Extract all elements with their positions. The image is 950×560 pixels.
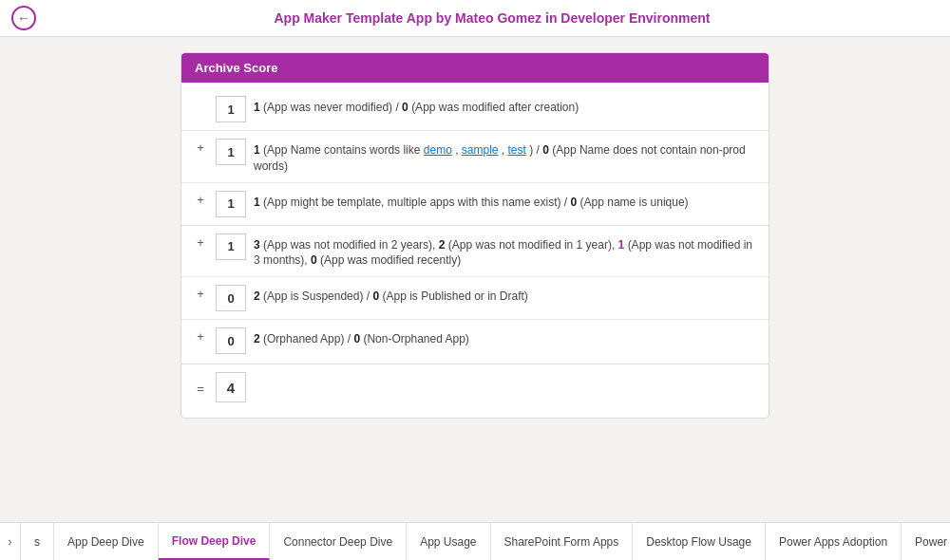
- operator-4: +: [193, 233, 208, 250]
- divider-3: [181, 225, 769, 226]
- score-value-3: 1: [216, 191, 246, 217]
- desc-3-b2: 0: [571, 196, 578, 209]
- desc-2-t2: ,: [455, 143, 462, 157]
- desc-5-t2: (App is Published or in Draft): [382, 289, 527, 303]
- score-desc-5: 2 (App is Suspended) / 0 (App is Publish…: [254, 285, 528, 305]
- operator-6: +: [193, 327, 208, 344]
- desc-4-h1: 1: [618, 238, 625, 252]
- divider-4: [181, 276, 769, 277]
- score-value-5: 0: [216, 285, 246, 311]
- score-value-1: 1: [216, 96, 246, 122]
- divider-2: [181, 182, 769, 183]
- desc-5-t1: (App is Suspended) /: [263, 289, 372, 303]
- operator-2: +: [193, 139, 208, 155]
- score-rows: 1 1 (App was never modified) / 0 (App wa…: [181, 83, 769, 418]
- desc-4-b1: 3: [254, 238, 260, 252]
- desc-6-b2: 0: [353, 332, 360, 345]
- back-button[interactable]: ←: [11, 6, 36, 30]
- score-desc-4: 3 (App was not modified in 2 years), 2 (…: [254, 233, 757, 270]
- score-row-3: + 1 1 (App might be template, multiple a…: [181, 185, 769, 223]
- desc-3-t2: (App name is unique): [580, 196, 689, 209]
- score-desc-3: 1 (App might be template, multiple apps …: [254, 191, 689, 211]
- tab-flow-deep-dive[interactable]: Flow Deep Dive: [159, 523, 271, 560]
- score-row-4: + 1 3 (App was not modified in 2 years),…: [181, 228, 769, 275]
- desc-2-l2: sample: [462, 143, 499, 157]
- score-row-6: + 0 2 (Orphaned App) / 0 (Non-Orphaned A…: [181, 322, 769, 360]
- desc-5-b1: 2: [254, 289, 260, 303]
- desc-4-t1: (App was not modified in 2 years),: [263, 238, 439, 252]
- divider-1: [181, 130, 769, 131]
- desc-1-part-4: (App was modified after creation): [411, 101, 579, 114]
- desc-1-part-2: (App was never modified) /: [263, 101, 402, 114]
- score-row-5: + 0 2 (App is Suspended) / 0 (App is Pub…: [181, 279, 769, 317]
- tab-desktop-flow-usage[interactable]: Desktop Flow Usage: [633, 523, 766, 560]
- score-desc-1: 1 (App was never modified) / 0 (App was …: [254, 96, 579, 116]
- back-icon: ←: [17, 10, 30, 26]
- desc-2-t3: ,: [502, 143, 508, 157]
- desc-6-b1: 2: [254, 332, 260, 345]
- desc-6-t1: (Orphaned App) /: [263, 332, 353, 345]
- total-value: 4: [216, 372, 246, 402]
- operator-3: +: [193, 191, 208, 207]
- score-value-4: 1: [216, 233, 246, 260]
- desc-2-l3: test: [508, 143, 526, 157]
- archive-score-card: Archive Score 1 1 (App was never modifie…: [180, 52, 770, 419]
- desc-2-t1: (App Name contains words like: [263, 143, 424, 157]
- main-content: Archive Score 1 1 (App was never modifie…: [0, 37, 950, 522]
- operator-1: [193, 96, 208, 98]
- total-operator: =: [193, 380, 208, 396]
- desc-1-part-3: 0: [402, 101, 408, 114]
- desc-2-b2: 0: [542, 143, 549, 157]
- tab-connector-deep-dive[interactable]: Connector Deep Dive: [270, 523, 407, 560]
- page-title: App Maker Template App by Mateo Gomez in…: [46, 10, 939, 26]
- desc-6-t2: (Non-Orphaned App): [363, 332, 468, 345]
- score-row-1: 1 1 (App was never modified) / 0 (App wa…: [181, 90, 769, 128]
- score-row-2: + 1 1 (App Name contains words like demo…: [181, 133, 769, 180]
- app-header: ← App Maker Template App by Mateo Gomez …: [0, 0, 950, 37]
- desc-4-t2: (App was not modified in 1 year),: [448, 238, 618, 252]
- tab-scroll-left[interactable]: ›: [0, 523, 21, 560]
- desc-3-t1: (App might be template, multiple apps wi…: [263, 196, 570, 209]
- desc-2-b1: 1: [254, 143, 260, 157]
- total-row: = 4: [181, 364, 769, 410]
- desc-3-b1: 1: [254, 196, 260, 209]
- score-value-2: 1: [216, 139, 246, 165]
- score-desc-2: 1 (App Name contains words like demo , s…: [254, 139, 757, 175]
- tab-power-apps-adoption[interactable]: Power Apps Adoption: [766, 523, 902, 560]
- tab-s[interactable]: s: [21, 523, 54, 560]
- desc-4-b3: 0: [311, 253, 317, 267]
- desc-4-b2: 2: [439, 238, 446, 252]
- bottom-tab-bar: › s App Deep Dive Flow Deep Dive Connect…: [0, 522, 950, 560]
- divider-5: [181, 319, 769, 320]
- desc-5-b2: 0: [372, 289, 379, 303]
- score-value-6: 0: [216, 327, 246, 354]
- tab-app-usage[interactable]: App Usage: [407, 523, 490, 560]
- score-desc-6: 2 (Orphaned App) / 0 (Non-Orphaned App): [254, 327, 469, 347]
- desc-2-l1: demo: [424, 143, 452, 157]
- tab-app-deep-dive[interactable]: App Deep Dive: [54, 523, 159, 560]
- tab-sharepoint-form-apps[interactable]: SharePoint Form Apps: [491, 523, 634, 560]
- desc-1-part-1: 1: [254, 101, 260, 114]
- archive-card-title: Archive Score: [181, 53, 769, 83]
- desc-4-t4: (App was modified recently): [320, 253, 461, 267]
- tab-power-platform-yoy[interactable]: Power Platform YoY Ac...: [902, 523, 950, 560]
- operator-5: +: [193, 285, 208, 301]
- desc-2-t4: ) /: [529, 143, 542, 157]
